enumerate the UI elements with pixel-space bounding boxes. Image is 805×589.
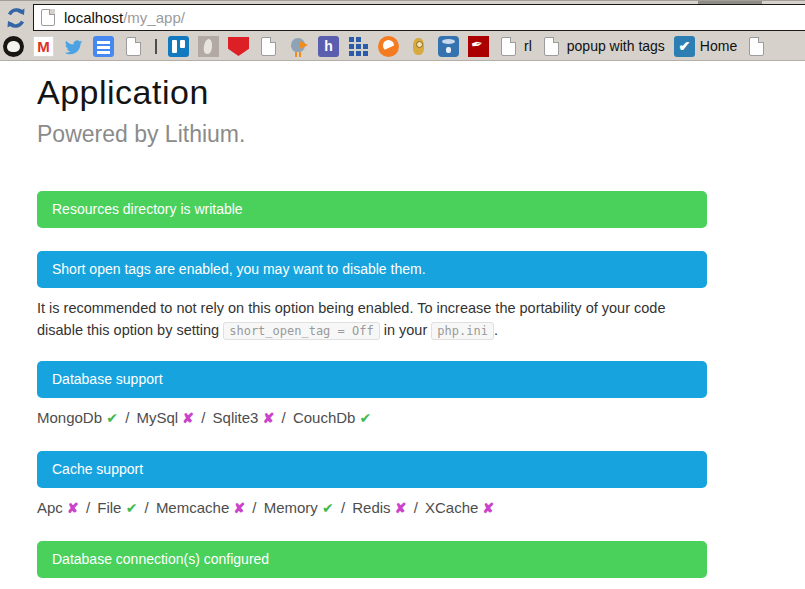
grid-icon — [348, 36, 369, 57]
support-item-name: XCache — [425, 499, 478, 516]
bookmark-gmail[interactable]: M — [33, 36, 54, 57]
slash-separator: / — [249, 499, 259, 516]
bookmark-flag[interactable] — [228, 36, 249, 56]
banner-resources-writable: Resources directory is writable — [37, 191, 707, 228]
code-php-ini: php.ini — [431, 322, 494, 340]
bookmark-statue[interactable] — [198, 36, 219, 57]
pinboard-icon — [468, 36, 489, 57]
page-icon — [41, 9, 55, 26]
heroku-icon: h — [318, 36, 339, 57]
status-mark: ✔ — [106, 410, 118, 426]
banner-cache-support: Cache support — [37, 451, 707, 488]
status-mark: ✘ — [67, 500, 79, 516]
statue-icon — [198, 36, 219, 57]
support-item-name: Memory — [264, 499, 318, 516]
red-flag-icon — [228, 37, 249, 56]
web-page: Application Powered by Lithium. Resource… — [0, 61, 805, 589]
bookmark-blank-2[interactable] — [258, 36, 279, 57]
page-icon — [544, 37, 559, 56]
address-row: localhost/my_app/ — [0, 4, 805, 32]
bookmark-pinboard[interactable] — [468, 36, 489, 57]
bookmark-blank-1[interactable] — [123, 36, 144, 57]
page-icon — [261, 37, 276, 56]
slash-separator: / — [279, 409, 289, 426]
slash-separator: / — [338, 499, 348, 516]
page-icon — [749, 37, 764, 56]
note-text: in your — [380, 322, 432, 338]
status-mark: ✘ — [263, 410, 275, 426]
status-mark: ✘ — [395, 500, 407, 516]
page-subtitle: Powered by Lithium. — [37, 121, 707, 148]
cache-support-line: Apc ✘ / File ✔ / Memcache ✘ / Memory ✔ /… — [37, 499, 707, 516]
bookmark-home[interactable]: Home — [674, 36, 737, 57]
bookmark-blank-3[interactable] — [746, 36, 767, 57]
bitbucket-icon — [438, 36, 459, 57]
status-mark: ✘ — [483, 500, 495, 516]
bookmark-label: Home — [700, 38, 737, 54]
github-icon — [3, 36, 24, 57]
banner-db-connections: Database connection(s) configured — [37, 541, 707, 578]
status-mark: ✘ — [233, 500, 245, 516]
grooveshark-icon — [378, 36, 399, 57]
bookmark-trello[interactable] — [168, 36, 189, 57]
bookmark-rl[interactable]: rl — [498, 36, 532, 57]
reload-icon — [3, 6, 29, 30]
bookmark-github[interactable] — [3, 36, 24, 57]
banner-database-support: Database support — [37, 361, 707, 398]
short-tags-note: It is recommended to not rely on this op… — [37, 297, 707, 342]
bookmark-grid[interactable] — [348, 36, 369, 57]
bookmark-label: rl — [524, 38, 532, 54]
bookmark-popup-with-tags[interactable]: popup with tags — [541, 36, 665, 57]
support-item-name: Apc — [37, 499, 63, 516]
support-item-name: MySql — [136, 409, 178, 426]
support-item-name: Memcache — [156, 499, 229, 516]
page-content: Application Powered by Lithium. Resource… — [37, 73, 707, 578]
dodo-bird-icon — [288, 36, 309, 57]
creature-icon — [408, 36, 429, 57]
gmail-icon: M — [33, 36, 54, 57]
status-mark: ✔ — [322, 500, 334, 516]
twitter-bird-icon — [63, 36, 84, 57]
home-check-icon — [674, 36, 695, 57]
slash-separator: / — [142, 499, 152, 516]
address-bar[interactable]: localhost/my_app/ — [33, 4, 805, 31]
slash-separator: / — [83, 499, 93, 516]
url-host: localhost — [64, 9, 123, 26]
status-mark: ✔ — [360, 410, 372, 426]
page-title: Application — [37, 73, 707, 112]
url-text[interactable]: localhost/my_app/ — [64, 9, 185, 26]
database-support-line: MongoDb ✔ / MySql ✘ / Sqlite3 ✘ / CouchD… — [37, 409, 707, 426]
bookmarks-separator — [155, 39, 157, 54]
bookmark-creature[interactable] — [408, 36, 429, 57]
bookmark-heroku[interactable]: h — [318, 36, 339, 57]
banner-short-open-tags: Short open tags are enabled, you may wan… — [37, 251, 707, 288]
bookmark-notes[interactable] — [93, 36, 114, 57]
page-icon — [501, 37, 516, 56]
notes-icon — [93, 36, 114, 57]
bookmark-grooveshark[interactable] — [378, 36, 399, 57]
trello-icon — [168, 36, 189, 57]
reload-button[interactable] — [3, 6, 29, 30]
support-item-name: MongoDb — [37, 409, 102, 426]
status-mark: ✔ — [126, 500, 138, 516]
slash-separator: / — [411, 499, 421, 516]
page-icon — [126, 37, 141, 56]
browser-chrome: localhost/my_app/ M h rl — [0, 0, 805, 61]
code-short-open-tag: short_open_tag = Off — [223, 322, 380, 340]
bookmark-dodo[interactable] — [288, 36, 309, 57]
support-item-name: Redis — [352, 499, 390, 516]
url-path: /my_app/ — [123, 9, 185, 26]
support-item-name: File — [97, 499, 121, 516]
status-mark: ✘ — [182, 410, 194, 426]
bookmark-label: popup with tags — [567, 38, 665, 54]
slash-separator: / — [198, 409, 208, 426]
bookmarks-bar: M h rl popup with tags — [0, 32, 805, 61]
note-text: . — [494, 322, 498, 338]
support-item-name: Sqlite3 — [213, 409, 259, 426]
bookmark-bitbucket[interactable] — [438, 36, 459, 57]
slash-separator: / — [122, 409, 132, 426]
bookmark-twitter[interactable] — [63, 36, 84, 57]
support-item-name: CouchDb — [293, 409, 356, 426]
